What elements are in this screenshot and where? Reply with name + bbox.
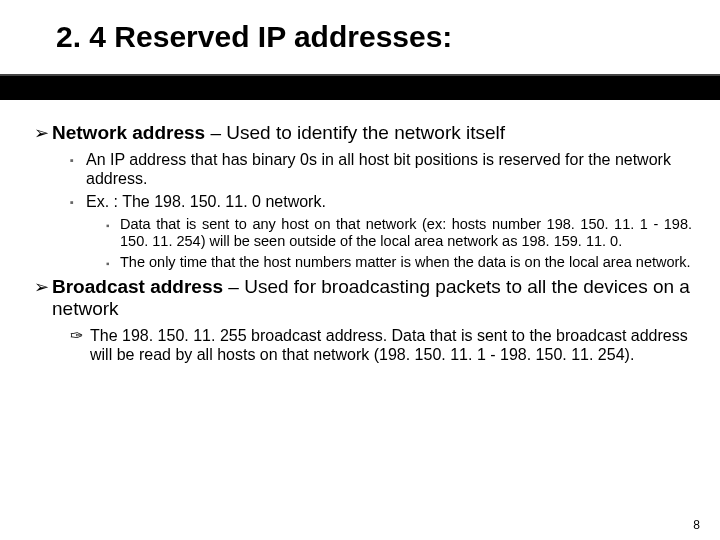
- bullet-text: Data that is sent to any host on that ne…: [120, 216, 692, 250]
- square-bullet-icon: ▪: [106, 254, 120, 272]
- bold-term: Network address: [52, 122, 205, 143]
- bullet-text: Broadcast address – Used for broadcastin…: [52, 276, 692, 320]
- curl-bullet-icon: ✑: [70, 326, 90, 364]
- bullet-text: The only time that the host numbers matt…: [120, 254, 691, 272]
- square-bullet-icon: ▪: [106, 216, 120, 250]
- bullet-text: An IP address that has binary 0s in all …: [86, 150, 692, 188]
- bullet-text: The 198. 150. 11. 255 broadcast address.…: [90, 326, 692, 364]
- arrow-bullet-icon: ➢: [34, 276, 52, 320]
- sub-bullet: ▪ An IP address that has binary 0s in al…: [70, 150, 692, 188]
- square-bullet-icon: ▪: [70, 150, 86, 188]
- sub-sub-bullet: ▪ Data that is sent to any host on that …: [106, 216, 692, 250]
- sub-sub-bullet: ▪ The only time that the host numbers ma…: [106, 254, 692, 272]
- slide-body: ➢ Network address – Used to identify the…: [0, 100, 720, 540]
- bullet-text: Network address – Used to identify the n…: [52, 122, 505, 144]
- bullet-text: Ex. : The 198. 150. 11. 0 network.: [86, 192, 326, 212]
- page-number: 8: [693, 518, 700, 532]
- sub-bullet: ▪ Ex. : The 198. 150. 11. 0 network.: [70, 192, 692, 212]
- slide-title: 2. 4 Reserved IP addresses:: [0, 0, 720, 76]
- bullet-broadcast-address: ➢ Broadcast address – Used for broadcast…: [34, 276, 692, 320]
- bullet-network-address: ➢ Network address – Used to identify the…: [34, 122, 692, 144]
- bold-term: Broadcast address: [52, 276, 223, 297]
- sub-bullet-curl: ✑ The 198. 150. 11. 255 broadcast addres…: [70, 326, 692, 364]
- square-bullet-icon: ▪: [70, 192, 86, 212]
- rest-text: – Used to identify the network itself: [205, 122, 505, 143]
- arrow-bullet-icon: ➢: [34, 122, 52, 144]
